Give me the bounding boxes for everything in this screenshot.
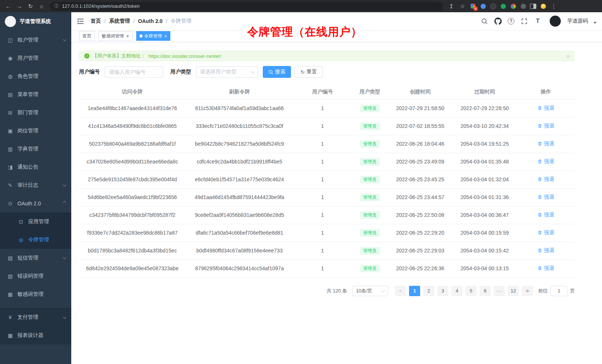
tab-令牌管理[interactable]: 令牌管理× [136, 31, 171, 41]
github-icon[interactable] [494, 17, 502, 25]
page-more-button[interactable]: ··· [494, 286, 505, 296]
font-size-icon[interactable]: T [534, 17, 542, 25]
sidebar-item-dict[interactable]: ▥字典管理 [0, 140, 71, 158]
submenu: ⊡应用管理◎令牌管理 [0, 212, 71, 249]
reset-button[interactable]: ↻ 重置 [295, 66, 323, 78]
site-info-icon[interactable]: ⓘ [54, 3, 59, 9]
access-token-cell: c347026e805e4d99b0d116eae66eda8c [79, 153, 186, 171]
page-button-4[interactable]: 4 [451, 286, 462, 296]
page-button-2[interactable]: 2 [423, 286, 434, 296]
sidebar-item-menu[interactable]: ▤菜单管理 [0, 85, 71, 103]
sidebar-item-pay[interactable]: ¥支付管理 [0, 308, 71, 326]
tab-close-icon[interactable]: × [164, 34, 167, 39]
user-menu-caret-icon[interactable] [593, 22, 596, 24]
extension-green-icon[interactable] [498, 2, 508, 11]
alert-close-icon[interactable]: × [566, 53, 570, 59]
sidebar-collapse-icon[interactable] [77, 17, 85, 25]
expire-time-cell: 2054-03-04 00:36:47 [452, 206, 517, 224]
tab-close-icon[interactable]: × [126, 34, 129, 39]
sidebar-item-user[interactable]: ◉用户管理 [0, 49, 71, 67]
fullscreen-icon[interactable] [520, 17, 528, 25]
sidebar-item-app[interactable]: ⊡应用管理 [0, 212, 71, 231]
sidebar-item-notice[interactable]: ◨通知公告 [0, 158, 71, 176]
refresh-token-cell: 9ce8ef2aa9f14056b831ae9b608e28d5 [186, 206, 293, 224]
sidebar-item-sms[interactable]: ▧短信管理 [0, 249, 71, 267]
force-logout-button[interactable]: 强退 [537, 123, 554, 129]
force-logout-button[interactable]: 强退 [537, 212, 554, 218]
access-token-cell: 54d6be82ee5a460a9aedc1f9bf223656 [79, 188, 186, 206]
page-content: ✓ 【用户体系】文档地址： https://doc.iocoder.cn/use… [71, 42, 602, 364]
share-icon[interactable]: ↥ [446, 1, 457, 11]
sidebar-item-label: 字典管理 [17, 146, 38, 152]
user-type-badge: 管理员 [360, 211, 380, 219]
breadcrumb-item[interactable]: 首页 [91, 18, 101, 24]
sidebar-item-sensitive-word[interactable]: ▦敏感词管理 [0, 285, 71, 303]
access-token-cell: c342377bf8b344799dcbf7bf095287f2 [79, 206, 186, 224]
sidebar-item-dept[interactable]: ⊞部门管理 [0, 103, 71, 122]
page-size-select[interactable]: 10条/页 [352, 286, 388, 296]
help-icon[interactable]: ? [508, 18, 514, 24]
chevron-down-icon [63, 183, 66, 186]
breadcrumb-item[interactable]: OAuth 2.0 [138, 18, 163, 24]
page-button-1[interactable]: 1 [409, 286, 420, 296]
page-button-6[interactable]: 6 [480, 286, 491, 296]
page-button-12[interactable]: 12 [508, 286, 519, 296]
doc-link[interactable]: https://doc.iocoder.cn/user-center/ [148, 53, 221, 59]
sidebar-item-label: 敏感词管理 [17, 291, 43, 298]
goto-page-input[interactable] [550, 286, 567, 296]
next-page-button[interactable]: > [522, 286, 533, 296]
user-avatar[interactable] [550, 16, 561, 27]
search-icon[interactable] [480, 17, 488, 25]
forward-icon[interactable]: → [14, 1, 24, 11]
force-logout-button[interactable]: 强退 [537, 158, 554, 165]
user-id-input[interactable] [105, 66, 163, 78]
extension-puzzle-icon[interactable] [518, 2, 528, 11]
sidebar-item-report[interactable]: ▩报表设计器 [0, 326, 71, 344]
sidebar-item-token[interactable]: ◎令牌管理 [0, 231, 71, 249]
force-logout-button[interactable]: 强退 [537, 140, 554, 147]
breadcrumb-item[interactable]: 令牌管理 [171, 18, 192, 24]
access-token-cell: f9336e7c7dd242a283ee98dc86b17a87 [79, 224, 186, 242]
reload-icon[interactable]: ↻ [25, 1, 36, 11]
back-icon[interactable]: ← [3, 1, 13, 11]
sidebar-item-oauth[interactable]: ⊙OAuth 2.0 [0, 194, 71, 212]
column-header: 用户编号 [293, 85, 352, 99]
breadcrumb-separator-icon: / [133, 18, 135, 24]
bookmark-star-icon[interactable]: ☆ [457, 1, 468, 11]
user-name[interactable]: 芋道源码 [567, 18, 588, 24]
user-type-select[interactable]: 请选择用户类型 [196, 66, 258, 78]
page-button-3[interactable]: 3 [437, 286, 448, 296]
home-icon[interactable]: ⌂ [36, 1, 47, 11]
force-logout-button[interactable]: 强退 [537, 247, 554, 254]
tab-敏感词管理[interactable]: 敏感词管理× [98, 31, 132, 41]
app-logo[interactable]: 芋道管理系统 [0, 12, 71, 31]
sidebar-item-audit-log[interactable]: ✎审计日志 [0, 176, 71, 194]
search-button[interactable]: 搜索 [263, 66, 291, 78]
action-cell: 强退 [517, 259, 575, 277]
sidebar-item-error-code[interactable]: ▨错误码管理 [0, 267, 71, 285]
force-logout-button[interactable]: 强退 [537, 176, 554, 183]
force-logout-button[interactable]: 强退 [537, 265, 554, 272]
extension-grid-icon[interactable]: 0 [468, 2, 478, 11]
side-panel-icon[interactable] [529, 2, 538, 11]
extension-rainbow-icon[interactable] [508, 2, 518, 11]
extension-dark-icon[interactable] [488, 2, 498, 11]
force-logout-button[interactable]: 强退 [537, 194, 554, 201]
sidebar-item-post[interactable]: ▣岗位管理 [0, 122, 71, 140]
force-logout-button[interactable]: 强退 [537, 105, 554, 112]
sidebar-item-role[interactable]: ◍角色管理 [0, 67, 71, 85]
address-bar[interactable]: ⓘ 127.0.0.1:1024/system/oauth2/token [50, 2, 443, 11]
tenant-icon: ◫ [7, 37, 13, 43]
page-button-5[interactable]: 5 [465, 286, 477, 296]
access-token-cell: 275e5de9151045fe87cbdc395e004f4d [79, 171, 186, 188]
refresh-token-cell: cdfc4ce9c2da4bb1bdf21b9918ff4be5 [186, 153, 293, 171]
breadcrumb-item[interactable]: 系统管理 [109, 18, 130, 24]
extension-blue-icon[interactable] [478, 2, 488, 11]
prev-page-button[interactable]: < [395, 286, 406, 296]
sidebar-item-tenant[interactable]: ◫租户管理 [0, 31, 71, 49]
browser-menu-icon[interactable]: ⋮ [549, 1, 559, 11]
sidebar-menu: ◫租户管理◉用户管理◍角色管理▤菜单管理⊞部门管理▣岗位管理▥字典管理◨通知公告… [0, 31, 71, 364]
force-logout-button[interactable]: 强退 [537, 229, 554, 236]
tab-首页[interactable]: 首页 [79, 31, 95, 41]
profile-avatar-icon[interactable] [539, 2, 548, 11]
